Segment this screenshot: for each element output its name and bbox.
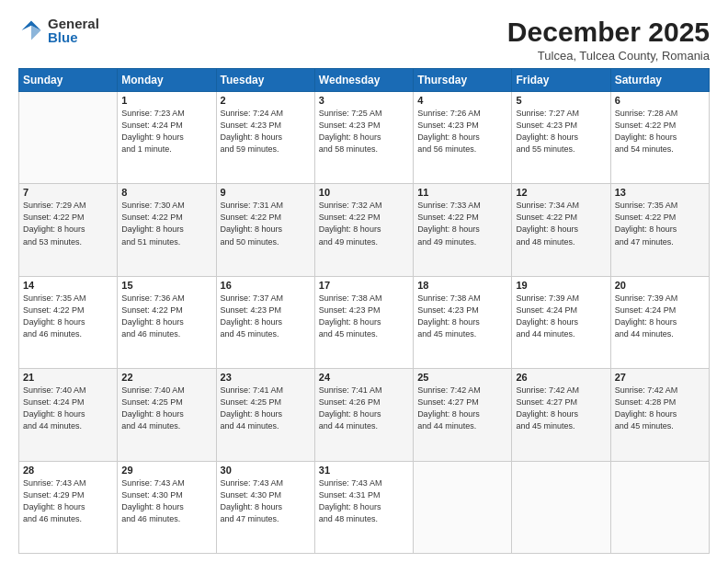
calendar-cell: 5Sunrise: 7:27 AMSunset: 4:23 PMDaylight… [512, 92, 610, 184]
calendar-table: Sunday Monday Tuesday Wednesday Thursday… [18, 68, 710, 554]
calendar-cell: 4Sunrise: 7:26 AMSunset: 4:23 PMDaylight… [414, 92, 512, 184]
logo-general-text: General [48, 17, 99, 30]
calendar-cell [610, 461, 709, 553]
sun-info: Sunrise: 7:32 AMSunset: 4:22 PMDaylight:… [319, 200, 409, 247]
day-number: 24 [319, 372, 409, 383]
day-number: 12 [516, 187, 606, 198]
day-number: 1 [121, 95, 211, 106]
sun-info: Sunrise: 7:26 AMSunset: 4:23 PMDaylight:… [417, 108, 507, 155]
calendar-cell: 10Sunrise: 7:32 AMSunset: 4:22 PMDayligh… [314, 184, 413, 276]
week-row-2: 7Sunrise: 7:29 AMSunset: 4:22 PMDaylight… [19, 184, 710, 276]
day-number: 11 [417, 187, 507, 198]
sun-info: Sunrise: 7:30 AMSunset: 4:22 PMDaylight:… [121, 200, 211, 247]
calendar-cell: 8Sunrise: 7:30 AMSunset: 4:22 PMDaylight… [118, 184, 216, 276]
header-friday: Friday [512, 69, 610, 92]
day-number: 19 [516, 280, 606, 291]
sun-info: Sunrise: 7:28 AMSunset: 4:22 PMDaylight:… [615, 108, 705, 155]
calendar-cell: 26Sunrise: 7:42 AMSunset: 4:27 PMDayligh… [512, 369, 610, 461]
day-number: 23 [221, 372, 311, 383]
calendar-header-row: Sunday Monday Tuesday Wednesday Thursday… [19, 69, 710, 92]
sun-info: Sunrise: 7:29 AMSunset: 4:22 PMDaylight:… [23, 200, 113, 247]
calendar-cell: 6Sunrise: 7:28 AMSunset: 4:22 PMDaylight… [610, 92, 709, 184]
day-number: 3 [319, 95, 409, 106]
sun-info: Sunrise: 7:23 AMSunset: 4:24 PMDaylight:… [121, 108, 211, 155]
calendar-cell: 19Sunrise: 7:39 AMSunset: 4:24 PMDayligh… [512, 276, 610, 368]
page: General Blue December 2025 Tulcea, Tulce… [0, 0, 728, 563]
day-number: 31 [319, 465, 409, 476]
header-monday: Monday [118, 69, 216, 92]
day-number: 30 [221, 465, 311, 476]
sun-info: Sunrise: 7:43 AMSunset: 4:30 PMDaylight:… [221, 477, 311, 525]
day-number: 20 [615, 280, 705, 291]
calendar-cell: 31Sunrise: 7:43 AMSunset: 4:31 PMDayligh… [314, 461, 413, 553]
day-number: 26 [516, 372, 606, 383]
calendar-cell: 28Sunrise: 7:43 AMSunset: 4:29 PMDayligh… [19, 461, 118, 553]
header-saturday: Saturday [610, 69, 709, 92]
day-number: 8 [121, 187, 211, 198]
calendar-cell [19, 92, 118, 184]
sun-info: Sunrise: 7:43 AMSunset: 4:31 PMDaylight:… [319, 477, 409, 525]
sun-info: Sunrise: 7:40 AMSunset: 4:24 PMDaylight:… [23, 385, 113, 432]
sun-info: Sunrise: 7:31 AMSunset: 4:22 PMDaylight:… [221, 200, 311, 247]
calendar-cell: 7Sunrise: 7:29 AMSunset: 4:22 PMDaylight… [19, 184, 118, 276]
calendar-cell: 12Sunrise: 7:34 AMSunset: 4:22 PMDayligh… [512, 184, 610, 276]
calendar-cell: 20Sunrise: 7:39 AMSunset: 4:24 PMDayligh… [610, 276, 709, 368]
sun-info: Sunrise: 7:43 AMSunset: 4:29 PMDaylight:… [23, 477, 113, 525]
day-number: 6 [615, 95, 705, 106]
sun-info: Sunrise: 7:38 AMSunset: 4:23 PMDaylight:… [319, 293, 409, 340]
calendar-cell: 25Sunrise: 7:42 AMSunset: 4:27 PMDayligh… [414, 369, 512, 461]
day-number: 14 [23, 280, 113, 291]
calendar-cell: 27Sunrise: 7:42 AMSunset: 4:28 PMDayligh… [610, 369, 709, 461]
logo-text: General Blue [48, 17, 99, 44]
sun-info: Sunrise: 7:35 AMSunset: 4:22 PMDaylight:… [615, 200, 705, 247]
week-row-1: 1Sunrise: 7:23 AMSunset: 4:24 PMDaylight… [19, 92, 710, 184]
week-row-4: 21Sunrise: 7:40 AMSunset: 4:24 PMDayligh… [19, 369, 710, 461]
sun-info: Sunrise: 7:39 AMSunset: 4:24 PMDaylight:… [615, 293, 705, 340]
calendar-cell: 2Sunrise: 7:24 AMSunset: 4:23 PMDaylight… [216, 92, 314, 184]
day-number: 10 [319, 187, 409, 198]
logo-icon [18, 17, 44, 43]
calendar-cell: 11Sunrise: 7:33 AMSunset: 4:22 PMDayligh… [414, 184, 512, 276]
day-number: 25 [417, 372, 507, 383]
sun-info: Sunrise: 7:42 AMSunset: 4:27 PMDaylight:… [516, 385, 606, 432]
day-number: 27 [615, 372, 705, 383]
calendar-cell: 16Sunrise: 7:37 AMSunset: 4:23 PMDayligh… [216, 276, 314, 368]
week-row-3: 14Sunrise: 7:35 AMSunset: 4:22 PMDayligh… [19, 276, 710, 368]
day-number: 21 [23, 372, 113, 383]
sun-info: Sunrise: 7:41 AMSunset: 4:25 PMDaylight:… [221, 385, 311, 432]
day-number: 7 [23, 187, 113, 198]
calendar-cell [512, 461, 610, 553]
sun-info: Sunrise: 7:39 AMSunset: 4:24 PMDaylight:… [516, 293, 606, 340]
location: Tulcea, Tulcea County, Romania [507, 49, 710, 63]
calendar-cell: 15Sunrise: 7:36 AMSunset: 4:22 PMDayligh… [118, 276, 216, 368]
calendar-cell: 21Sunrise: 7:40 AMSunset: 4:24 PMDayligh… [19, 369, 118, 461]
day-number: 4 [417, 95, 507, 106]
sun-info: Sunrise: 7:43 AMSunset: 4:30 PMDaylight:… [121, 477, 211, 525]
day-number: 5 [516, 95, 606, 106]
calendar-cell [414, 461, 512, 553]
title-block: December 2025 Tulcea, Tulcea County, Rom… [507, 17, 710, 63]
calendar-cell: 9Sunrise: 7:31 AMSunset: 4:22 PMDaylight… [216, 184, 314, 276]
sun-info: Sunrise: 7:24 AMSunset: 4:23 PMDaylight:… [221, 108, 311, 155]
day-number: 2 [221, 95, 311, 106]
sun-info: Sunrise: 7:42 AMSunset: 4:27 PMDaylight:… [417, 385, 507, 432]
calendar-cell: 23Sunrise: 7:41 AMSunset: 4:25 PMDayligh… [216, 369, 314, 461]
day-number: 22 [121, 372, 211, 383]
header-sunday: Sunday [19, 69, 118, 92]
sun-info: Sunrise: 7:34 AMSunset: 4:22 PMDaylight:… [516, 200, 606, 247]
sun-info: Sunrise: 7:37 AMSunset: 4:23 PMDaylight:… [221, 293, 311, 340]
calendar-cell: 13Sunrise: 7:35 AMSunset: 4:22 PMDayligh… [610, 184, 709, 276]
day-number: 13 [615, 187, 705, 198]
calendar-cell: 18Sunrise: 7:38 AMSunset: 4:23 PMDayligh… [414, 276, 512, 368]
day-number: 15 [121, 280, 211, 291]
sun-info: Sunrise: 7:42 AMSunset: 4:28 PMDaylight:… [615, 385, 705, 432]
calendar-cell: 14Sunrise: 7:35 AMSunset: 4:22 PMDayligh… [19, 276, 118, 368]
sun-info: Sunrise: 7:40 AMSunset: 4:25 PMDaylight:… [121, 385, 211, 432]
calendar-cell: 30Sunrise: 7:43 AMSunset: 4:30 PMDayligh… [216, 461, 314, 553]
day-number: 28 [23, 465, 113, 476]
calendar-cell: 24Sunrise: 7:41 AMSunset: 4:26 PMDayligh… [314, 369, 413, 461]
day-number: 9 [221, 187, 311, 198]
calendar-cell: 17Sunrise: 7:38 AMSunset: 4:23 PMDayligh… [314, 276, 413, 368]
sun-info: Sunrise: 7:25 AMSunset: 4:23 PMDaylight:… [319, 108, 409, 155]
calendar-cell: 29Sunrise: 7:43 AMSunset: 4:30 PMDayligh… [118, 461, 216, 553]
